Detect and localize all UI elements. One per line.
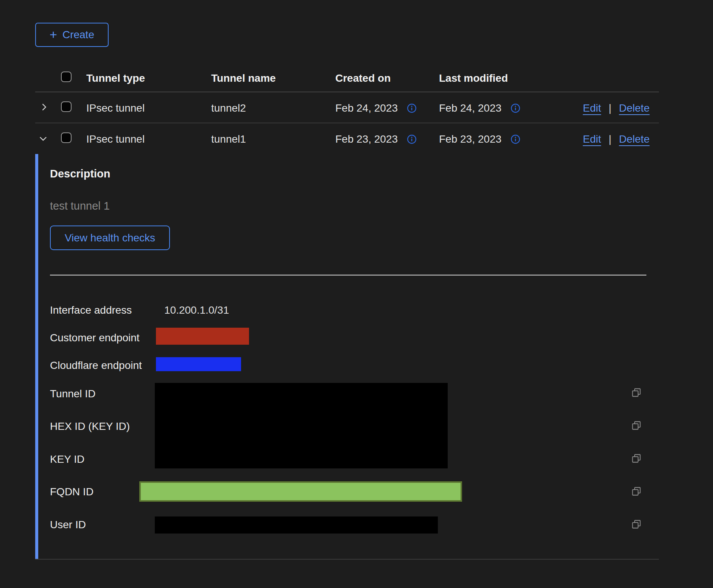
tunnel-type-cell: IPsec tunnel (86, 102, 145, 114)
user-id-label: User ID (50, 519, 86, 531)
row-checkbox-tunnel2[interactable] (61, 101, 72, 112)
create-button-label: Create (62, 29, 94, 41)
action-separator: | (609, 102, 611, 114)
info-icon[interactable] (407, 103, 417, 113)
view-health-checks-label: View health checks (65, 232, 155, 244)
last-modified-cell: Feb 24, 2023 (439, 102, 520, 114)
row-actions: Edit | Delete (583, 102, 649, 114)
info-icon[interactable] (407, 134, 417, 144)
chevron-down-icon[interactable] (38, 133, 48, 144)
last-modified-cell: Feb 23, 2023 (439, 133, 520, 145)
view-health-checks-button[interactable]: View health checks (50, 226, 170, 250)
tunnels-page: + Create Tunnel type Tunnel name Created… (0, 0, 713, 588)
action-separator: | (609, 133, 611, 145)
fqdn-id-label: FQDN ID (50, 486, 93, 498)
created-on-date: Feb 23, 2023 (335, 133, 398, 145)
column-header-tunnel-type: Tunnel type (86, 72, 145, 84)
row-divider (35, 123, 659, 123)
tunnel-id-redaction-block (155, 383, 448, 468)
cloudflare-endpoint-redaction (156, 357, 241, 371)
copy-icon[interactable] (631, 387, 641, 398)
interface-address-value: 10.200.1.0/31 (164, 304, 229, 316)
column-header-tunnel-name: Tunnel name (211, 72, 276, 84)
edit-link[interactable]: Edit (583, 133, 601, 145)
tunnel-type-cell: IPsec tunnel (86, 133, 145, 145)
fqdn-id-redaction (139, 481, 462, 502)
delete-link[interactable]: Delete (619, 133, 650, 145)
tunnel-name-cell: tunnel2 (211, 102, 246, 114)
column-header-last-modified: Last modified (439, 72, 508, 84)
interface-address-label: Interface address (50, 304, 132, 316)
description-heading: Description (50, 168, 111, 180)
header-divider (35, 92, 659, 92)
tunnel-name-cell: tunnel1 (211, 133, 246, 145)
column-header-created-on: Created on (335, 72, 391, 84)
created-on-date: Feb 24, 2023 (335, 102, 398, 114)
info-icon[interactable] (511, 103, 520, 113)
cloudflare-endpoint-label: Cloudflare endpoint (50, 359, 142, 372)
description-text: test tunnel 1 (50, 200, 110, 212)
tunnel-id-label: Tunnel ID (50, 388, 95, 400)
user-id-redaction (155, 516, 438, 534)
copy-icon[interactable] (631, 453, 641, 464)
panel-bottom-divider (35, 559, 659, 560)
hex-id-label: HEX ID (KEY ID) (50, 420, 130, 432)
last-modified-date: Feb 23, 2023 (439, 133, 501, 145)
copy-icon[interactable] (631, 420, 641, 431)
select-all-checkbox[interactable] (61, 72, 72, 82)
created-on-cell: Feb 23, 2023 (335, 133, 417, 145)
copy-icon[interactable] (631, 519, 641, 529)
section-divider (50, 275, 646, 275)
chevron-right-icon[interactable] (39, 102, 49, 112)
copy-icon[interactable] (631, 486, 641, 496)
delete-link[interactable]: Delete (619, 102, 650, 114)
customer-endpoint-label: Customer endpoint (50, 332, 140, 344)
key-id-label: KEY ID (50, 453, 84, 465)
row-checkbox-tunnel1[interactable] (61, 132, 72, 143)
create-button[interactable]: + Create (35, 23, 109, 47)
created-on-cell: Feb 24, 2023 (335, 102, 417, 114)
edit-link[interactable]: Edit (583, 102, 601, 114)
customer-endpoint-redaction (156, 328, 249, 345)
expanded-row-indicator-bar (35, 154, 38, 559)
info-icon[interactable] (511, 134, 520, 144)
last-modified-date: Feb 24, 2023 (439, 102, 501, 114)
row-actions: Edit | Delete (583, 133, 649, 145)
